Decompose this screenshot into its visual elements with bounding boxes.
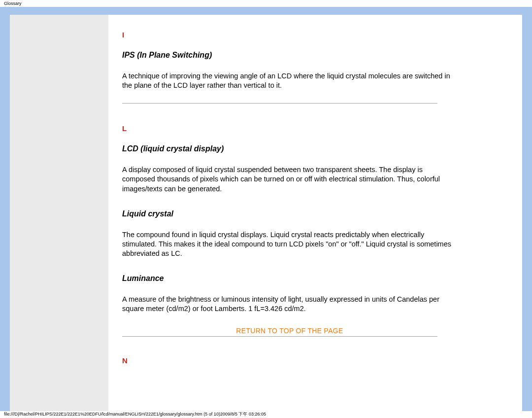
divider [122, 336, 437, 337]
return-to-top-link[interactable]: RETURN TO TOP OF THE PAGE [236, 327, 343, 335]
section-letter-N: N [122, 356, 506, 365]
term-ips: IPS (In Plane Switching) [122, 51, 506, 60]
desc-liquid-crystal: The compound found in liquid crystal dis… [122, 230, 457, 258]
footer-path: file:///D|/Rachel/PHILIPS/222E1/222E1%20… [0, 411, 532, 417]
left-sidebar [10, 15, 108, 411]
content-frame: I IPS (In Plane Switching) A technique o… [0, 7, 532, 411]
desc-ips: A technique of improving the viewing ang… [122, 71, 457, 90]
desc-luminance: A measure of the brightness or luminous … [122, 295, 457, 314]
term-lcd: LCD (liquid crystal display) [122, 144, 506, 153]
term-liquid-crystal: Liquid crystal [122, 209, 506, 218]
term-luminance: Luminance [122, 274, 506, 283]
divider [122, 103, 437, 104]
page-header: Glossary [0, 0, 532, 7]
section-letter-I: I [122, 31, 506, 39]
desc-lcd: A display composed of liquid crystal sus… [122, 165, 457, 193]
glossary-content: I IPS (In Plane Switching) A technique o… [108, 15, 522, 411]
section-letter-L: L [122, 124, 506, 133]
